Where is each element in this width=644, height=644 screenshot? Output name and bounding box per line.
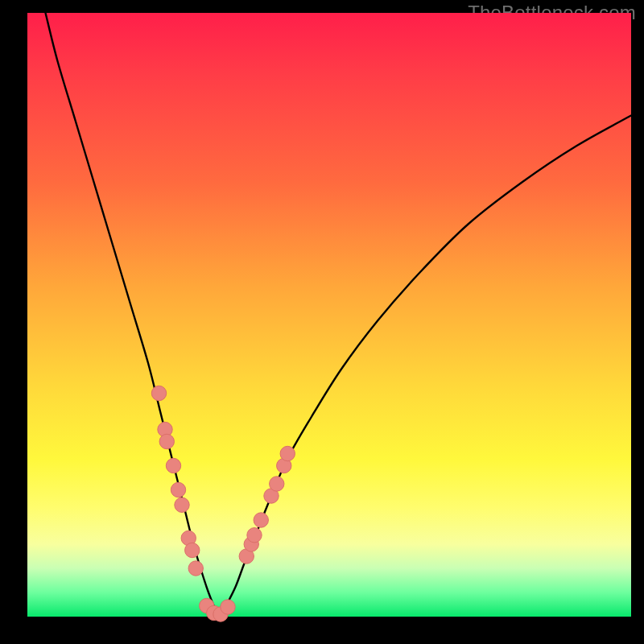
data-points bbox=[151, 386, 295, 621]
plot-area bbox=[27, 13, 631, 617]
curve-layer bbox=[27, 13, 631, 617]
data-point bbox=[175, 497, 189, 512]
data-point bbox=[185, 543, 200, 557]
data-point bbox=[166, 458, 180, 473]
curve-left-branch bbox=[46, 13, 220, 617]
data-point bbox=[221, 600, 235, 614]
data-point bbox=[247, 528, 262, 543]
data-point bbox=[171, 482, 185, 497]
data-point bbox=[280, 446, 295, 460]
data-point bbox=[254, 513, 268, 527]
data-point bbox=[188, 561, 203, 576]
curve-right-branch bbox=[220, 116, 632, 617]
chart-stage: TheBottleneck.com bbox=[0, 0, 644, 644]
data-point bbox=[270, 477, 284, 491]
data-point bbox=[151, 386, 166, 400]
data-point bbox=[159, 434, 174, 448]
